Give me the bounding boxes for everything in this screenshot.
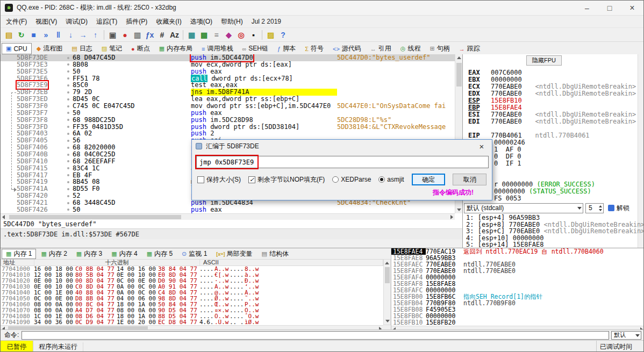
about-icon[interactable]: ? [277,29,289,41]
dialog-close-button[interactable]: × [474,140,490,152]
cancel-button[interactable]: 取消 [453,174,486,185]
command-profile-select[interactable]: 默认 [611,331,641,340]
spin-up-icon[interactable] [599,205,602,207]
dump-address: 77041090 [1,319,34,325]
menu-item[interactable]: 文件(F) [2,16,31,27]
dump-row[interactable]: 7704109034 00 36 000C D9 04 771E 00 20 0… [1,319,383,325]
tab-breakpoints[interactable]: ●断点 [127,43,154,54]
tab-memory-map[interactable]: ▦内存布局 [155,43,197,54]
calculator-icon[interactable]: ▦ [185,29,198,41]
tab-dump-5[interactable]: ▦内存 5 [142,249,177,259]
disasm-row[interactable]: 5D8F74036A 02push 2 [1,130,455,137]
scroll-thumb[interactable] [456,63,462,87]
tab-symbols[interactable]: Σ符号 [300,43,328,54]
scroll-thumb[interactable] [385,267,390,283]
ok-button[interactable]: 确定 [412,174,446,185]
menu-item[interactable]: 调试(D) [61,16,92,27]
xedparse-radio[interactable]: XEDParse [332,176,371,183]
tab-graph[interactable]: ◆流程图 [32,43,67,54]
patches-icon[interactable]: # [156,29,168,41]
disasm-row[interactable]: 5D8F742650push eax [1,206,455,213]
tab-dump-3[interactable]: ▦内存 3 [72,249,106,259]
run-icon[interactable]: » [40,29,52,41]
menu-item[interactable]: 追踪(T) [92,16,121,27]
status-text: 程序尚未运行 [33,342,83,351]
disasm-row[interactable]: 5D8F73E38B08mov ecx,dword ptr ds:[eax] [1,61,455,68]
close-button[interactable]: × [621,1,643,15]
scroll-right-icon[interactable] [450,215,453,219]
unlock-toggle[interactable]: 解锁 [608,204,629,213]
settings-icon[interactable]: ◎ [235,29,247,41]
scroll-down-icon[interactable] [457,209,461,211]
assemble-instruction-input[interactable] [196,156,489,168]
stack-row[interactable]: 15E8FB1015E8FB20 [391,319,644,326]
step-over-icon[interactable]: → [77,29,89,41]
disasm-row[interactable]: 5D8F73F0C745 0C E047C45Dmov dword ptr ss… [1,103,455,110]
log-icon[interactable]: ▣ [106,29,119,41]
fill-nop-checkbox[interactable]: 剩余字节以NOP填充(F) [248,175,325,184]
tab-handles[interactable]: ⊞句柄 [425,43,454,54]
spin-down-icon[interactable] [599,209,602,211]
tab-dump-2[interactable]: ▦内存 2 [37,249,71,259]
tab-watch-1[interactable]: ⊙监视 1 [177,249,211,259]
maximize-button[interactable]: □ [598,1,621,15]
tab-references[interactable]: ↔引用 [366,43,396,54]
disasm-hscrollbar[interactable] [1,213,455,220]
hide-fpu-button[interactable]: 隐藏FPU [526,55,562,66]
memory-icon[interactable]: ▩ [198,29,210,41]
tab-dump-1[interactable]: ▦内存 1 [2,249,36,259]
dump-vscrollbar[interactable] [383,259,391,325]
tab-seh[interactable]: ∞SEH链 [238,43,273,54]
run-to-return-icon[interactable]: ↑ [89,29,102,41]
asmjit-radio[interactable]: asmjit [378,176,404,183]
restart-icon[interactable]: ↻ [15,29,27,41]
step-into-icon[interactable]: ↓ [65,29,77,41]
breakpoint-icon[interactable]: ● [119,29,131,41]
open-file-icon[interactable]: ▤ [3,29,15,41]
tab-notes[interactable]: ▨笔记 [97,43,126,54]
menu-item[interactable]: 视图(V) [31,16,61,27]
stop-icon[interactable]: ■ [27,29,40,41]
register-row[interactable]: EDI770EABE0 <ntdll.DbgUiRemoteBreakin> [468,118,637,125]
strings-icon[interactable]: Az [168,29,181,41]
keep-size-checkbox[interactable]: 保持大小(S) [197,175,241,184]
menu-item[interactable]: 收藏夹(I) [152,16,185,27]
dialog-title-bar: 汇编于 5D8F73DE × [192,140,492,153]
tab-cpu[interactable]: ▣CPU [2,43,32,54]
tab-source[interactable]: <>源代码 [328,43,366,54]
arg-count-stepper[interactable]: 5 [585,203,604,213]
fx-icon[interactable]: ƒx [144,29,156,41]
stack-view[interactable]: 15E8FAE4770EAC19返回到 ntdll.770EAC19 自 ntd… [391,248,644,330]
tab-struct[interactable]: ▤结构体 [257,249,293,259]
menu-item[interactable]: 选项(O) [186,16,217,27]
dump-rows[interactable]: 7704100016 00 18 00C0 8B 04 7714 00 16 0… [1,266,383,325]
tab-script[interactable]: ƒ脚本 [273,43,300,54]
arg-row[interactable]: 5: [esp+14] 15E8FAE8 [466,241,544,248]
command-input[interactable] [22,331,609,340]
tab-log[interactable]: ▤日志 [67,43,96,54]
calling-convention-select[interactable]: 默认 (stdcall) [464,203,583,213]
registers-scrollbar[interactable] [638,54,644,248]
disasm-row[interactable]: 5D8F73FDFF35 0481D35Dpush dword ptr ds:[… [1,124,455,131]
notes-icon[interactable]: ▨ [264,29,277,41]
dump-ascii-group: Õ..w [245,307,260,313]
scroll-thumb[interactable] [9,215,181,219]
trace-dot-icon [67,188,69,190]
minimize-button[interactable]: – [576,1,598,15]
terminal-icon[interactable]: ▪ [247,29,260,41]
memory-map-icon[interactable]: ▥ [131,29,144,41]
tab-call-stack[interactable]: ≡调用堆栈 [197,43,237,54]
scroll-up-icon[interactable] [385,262,389,264]
scroll-left-icon[interactable] [2,215,5,219]
menu-item[interactable]: 帮助(H) [217,16,247,27]
pause-icon[interactable]: ‖ [52,29,65,41]
tab-threads[interactable]: ◎线程 [396,43,425,54]
tab-dump-4[interactable]: ▦内存 4 [107,249,141,259]
tab-trace[interactable]: →跟踪 [455,43,484,54]
menu-item[interactable]: 插件(P) [121,16,152,27]
favourites-icon[interactable]: ◆ [223,29,235,41]
scroll-down-icon[interactable] [385,320,390,322]
tab-locals[interactable]: [x=]局部变量 [212,249,256,259]
script-icon[interactable]: ≡ [210,29,223,41]
scroll-up-icon[interactable] [457,56,461,59]
